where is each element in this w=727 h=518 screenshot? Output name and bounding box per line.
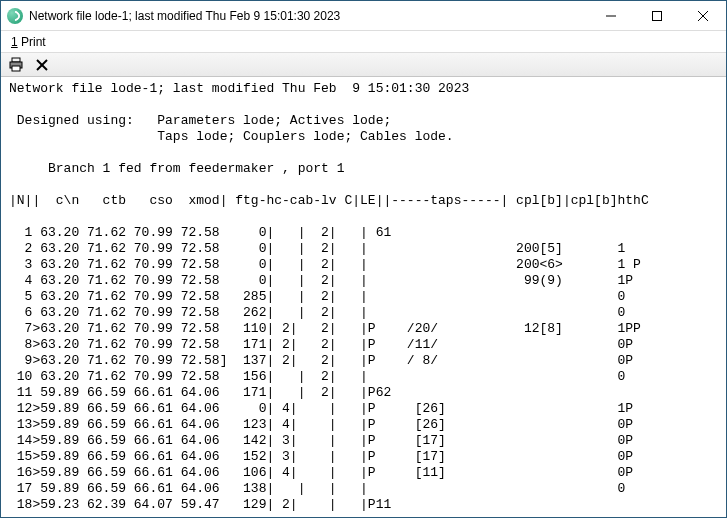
close-button[interactable]: [680, 1, 726, 31]
menu-bar: 1 Print: [1, 31, 726, 53]
maximize-button[interactable]: [634, 1, 680, 31]
minimize-button[interactable]: [588, 1, 634, 31]
title-bar: Network file lode-1; last modified Thu F…: [1, 1, 726, 31]
app-icon: [7, 8, 23, 24]
menu-print[interactable]: 1 Print: [7, 35, 50, 49]
svg-rect-4: [12, 58, 20, 62]
svg-rect-6: [12, 66, 20, 71]
report-content[interactable]: Network file lode-1; last modified Thu F…: [1, 77, 726, 517]
svg-rect-1: [653, 11, 662, 20]
close-icon[interactable]: [31, 55, 53, 75]
toolbar: [1, 53, 726, 77]
window-title: Network file lode-1; last modified Thu F…: [29, 9, 340, 23]
printer-icon[interactable]: [5, 55, 27, 75]
